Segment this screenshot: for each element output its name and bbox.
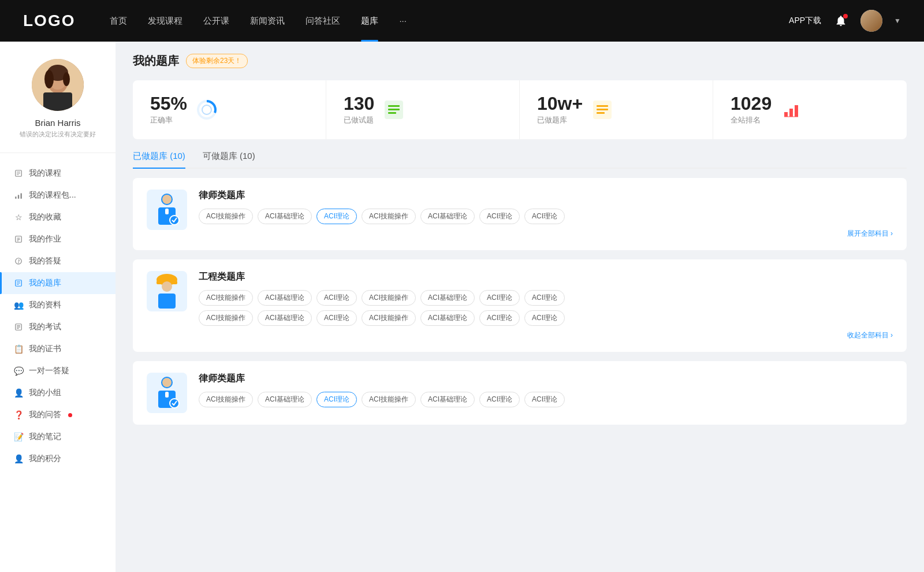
exam-icon <box>14 322 23 332</box>
app-download-button[interactable]: APP下载 <box>789 16 821 26</box>
tag[interactable]: ACI理论 <box>524 290 565 306</box>
tag[interactable]: ACI理论 <box>479 290 520 306</box>
svg-point-20 <box>18 263 19 263</box>
stat-value-qbank: 10w+ <box>537 94 583 113</box>
tag[interactable]: ACI理论 <box>524 310 565 326</box>
navbar: LOGO 首页 发现课程 公开课 新闻资讯 问答社区 题库 ··· APP下载 … <box>0 0 924 42</box>
tag[interactable]: ACI理论 <box>479 392 520 407</box>
sidebar-menu: 我的课程 我的课程包... ☆ 我的收藏 我的作业 <box>0 162 116 470</box>
sidebar-item-group[interactable]: 👤 我的小组 <box>0 382 116 404</box>
qbank-card-0: 律师类题库 ACI技能操作 ACI基础理论 ACI理论 ACI技能操作 ACI基… <box>133 178 907 250</box>
tag[interactable]: ACI基础理论 <box>420 310 475 326</box>
course-icon <box>14 169 23 178</box>
tab-available[interactable]: 可做题库 (10) <box>203 151 255 168</box>
sidebar-label: 我的课程包... <box>29 190 76 200</box>
qbank-second-row-1: ACI技能操作 ACI基础理论 ACI理论 ACI技能操作 ACI基础理论 AC… <box>199 310 893 326</box>
tag-active[interactable]: ACI理论 <box>316 392 357 407</box>
qbank-card-2: 律师类题库 ACI技能操作 ACI基础理论 ACI理论 ACI技能操作 ACI基… <box>133 361 907 425</box>
tag[interactable]: ACI技能操作 <box>362 290 416 306</box>
qbank-title-1: 工程类题库 <box>199 271 893 283</box>
group-icon: 👤 <box>14 388 23 398</box>
stat-label-rank: 全站排名 <box>731 115 772 125</box>
tab-done[interactable]: 已做题库 (10) <box>133 151 185 168</box>
stats-row: 55% 正确率 130 已做试题 <box>133 80 907 139</box>
nav-more[interactable]: ··· <box>399 16 407 27</box>
page-header: 我的题库 体验剩余23天！ <box>133 53 907 69</box>
sidebar-item-homework[interactable]: 我的作业 <box>0 228 116 250</box>
sidebar-item-profile[interactable]: 👥 我的资料 <box>0 294 116 316</box>
tag[interactable]: ACI技能操作 <box>199 392 253 407</box>
tag[interactable]: ACI理论 <box>316 290 357 306</box>
nav-news[interactable]: 新闻资讯 <box>250 16 285 27</box>
svg-rect-37 <box>597 105 608 107</box>
sidebar-item-notes[interactable]: 📝 我的笔记 <box>0 426 116 448</box>
nav-qbank[interactable]: 题库 <box>361 16 378 27</box>
points-icon: 👤 <box>14 454 23 463</box>
svg-rect-35 <box>388 112 396 114</box>
svg-rect-12 <box>15 196 16 199</box>
notification-bell[interactable] <box>833 13 849 29</box>
questions-icon <box>14 257 23 266</box>
sidebar-item-course-package[interactable]: 我的课程包... <box>0 184 116 206</box>
homework-icon <box>14 235 23 244</box>
sidebar-item-1on1[interactable]: 💬 一对一答疑 <box>0 360 116 382</box>
nav-qa[interactable]: 问答社区 <box>305 16 340 27</box>
certificate-icon: 📋 <box>14 344 23 354</box>
avatar[interactable] <box>860 10 882 32</box>
tag[interactable]: ACI理论 <box>524 392 565 407</box>
tag-active[interactable]: ACI理论 <box>316 209 357 224</box>
nav-open-course[interactable]: 公开课 <box>203 16 229 27</box>
sidebar-item-course[interactable]: 我的课程 <box>0 162 116 184</box>
tag[interactable]: ACI技能操作 <box>362 310 416 326</box>
tag[interactable]: ACI技能操作 <box>362 392 416 407</box>
tag[interactable]: ACI基础理论 <box>420 290 475 306</box>
stat-accuracy: 55% 正确率 <box>133 80 326 139</box>
main-content: 我的题库 体验剩余23天！ 55% 正确率 <box>116 42 924 572</box>
engineer-icon <box>147 271 187 311</box>
sidebar-item-qbank[interactable]: 我的题库 <box>0 272 116 294</box>
nav-links: 首页 发现课程 公开课 新闻资讯 问答社区 题库 ··· <box>110 16 789 27</box>
svg-point-6 <box>44 70 54 88</box>
sidebar-item-favorites[interactable]: ☆ 我的收藏 <box>0 206 116 228</box>
tag[interactable]: ACI理论 <box>316 310 357 326</box>
svg-rect-3 <box>43 92 72 111</box>
tag[interactable]: ACI基础理论 <box>258 209 312 224</box>
stat-value-done: 130 <box>344 94 374 113</box>
qbank-expand-1[interactable]: 收起全部科目 › <box>199 330 893 340</box>
tag[interactable]: ACI技能操作 <box>199 310 253 326</box>
sidebar-item-exam[interactable]: 我的考试 <box>0 316 116 338</box>
lawyer-figure-icon <box>152 192 181 227</box>
sidebar-label: 一对一答疑 <box>29 366 69 376</box>
tag[interactable]: ACI基础理论 <box>258 310 312 326</box>
chevron-down-icon[interactable]: ▼ <box>894 17 901 25</box>
sidebar-item-myqa[interactable]: ❓ 我的问答 <box>0 404 116 426</box>
bar-chart-icon <box>781 99 802 120</box>
logo[interactable]: LOGO <box>23 12 75 30</box>
qbank-card-1: 工程类题库 ACI技能操作 ACI基础理论 ACI理论 ACI技能操作 ACI基… <box>133 259 907 352</box>
nav-home[interactable]: 首页 <box>110 16 127 27</box>
tag[interactable]: ACI技能操作 <box>199 290 253 306</box>
qbank-icon <box>14 278 23 288</box>
svg-point-51 <box>162 281 172 292</box>
nav-discover[interactable]: 发现课程 <box>148 16 182 27</box>
qbank-tags-2: ACI技能操作 ACI基础理论 ACI理论 ACI技能操作 ACI基础理论 AC… <box>199 392 893 407</box>
tag[interactable]: ACI技能操作 <box>362 209 416 224</box>
pie-chart-icon <box>196 99 217 120</box>
sidebar-label: 我的资料 <box>29 300 61 310</box>
sidebar-label: 我的收藏 <box>29 212 61 222</box>
tag[interactable]: ACI基础理论 <box>258 290 312 306</box>
sidebar-item-questions[interactable]: 我的答疑 <box>0 250 116 272</box>
sidebar-label: 我的课程 <box>29 168 61 179</box>
sidebar-item-points[interactable]: 👤 我的积分 <box>0 448 116 470</box>
tag[interactable]: ACI基础理论 <box>420 392 475 407</box>
tag[interactable]: ACI技能操作 <box>199 209 253 224</box>
tag[interactable]: ACI理论 <box>479 209 520 224</box>
tag[interactable]: ACI理论 <box>524 209 565 224</box>
sidebar-item-certificate[interactable]: 📋 我的证书 <box>0 338 116 360</box>
tag[interactable]: ACI基础理论 <box>420 209 475 224</box>
tag[interactable]: ACI理论 <box>479 310 520 326</box>
tag[interactable]: ACI基础理论 <box>258 392 312 407</box>
qbank-expand-0[interactable]: 展开全部科目 › <box>199 229 893 239</box>
layout: Brian Harris 错误的决定比没有决定要好 我的课程 我的课程包... … <box>0 42 924 572</box>
qbank-tags-0: ACI技能操作 ACI基础理论 ACI理论 ACI技能操作 ACI基础理论 AC… <box>199 209 893 224</box>
